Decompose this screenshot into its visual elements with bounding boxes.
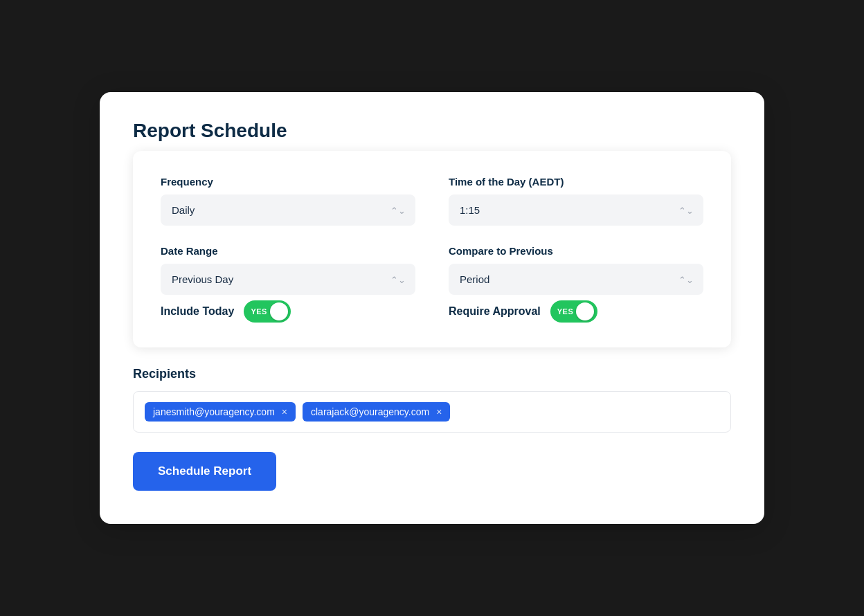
outer-card: Report Schedule Frequency Daily Weekly M… <box>100 92 764 524</box>
time-label: Time of the Day (AEDT) <box>449 176 703 188</box>
recipient-email-2: clarajack@youragency.com <box>311 406 429 417</box>
recipient-email-1: janesmith@youragency.com <box>153 406 275 417</box>
include-today-toggle[interactable]: YES <box>244 300 291 323</box>
frequency-label: Frequency <box>161 176 415 188</box>
time-select-wrapper: 1:15 2:00 3:00 ⌃︎⌄ <box>449 194 703 226</box>
require-approval-toggle[interactable]: YES <box>550 300 597 323</box>
frequency-select-wrapper: Daily Weekly Monthly ⌃︎⌄ <box>161 194 415 226</box>
recipients-label: Recipients <box>133 367 731 381</box>
toggles-row: Include Today YES Require Approval YES <box>161 300 703 323</box>
compare-select-wrapper: Period Week Month ⌃︎⌄ <box>449 264 703 295</box>
form-grid: Frequency Daily Weekly Monthly ⌃︎⌄ Time … <box>161 176 703 295</box>
include-today-yes-text: YES <box>251 307 267 316</box>
date-range-select-wrapper: Previous Day Last 7 Days Last 30 Days ⌃︎… <box>161 264 415 295</box>
time-select[interactable]: 1:15 2:00 3:00 <box>449 194 703 226</box>
recipient-remove-2[interactable]: × <box>436 407 442 417</box>
include-today-circle <box>270 302 288 320</box>
require-approval-row: Require Approval YES <box>449 300 703 323</box>
inner-card: Frequency Daily Weekly Monthly ⌃︎⌄ Time … <box>133 151 731 347</box>
compare-select[interactable]: Period Week Month <box>449 264 703 295</box>
recipient-tag-1: janesmith@youragency.com × <box>145 402 296 422</box>
require-approval-circle <box>576 302 594 320</box>
recipients-section: Recipients janesmith@youragency.com × cl… <box>133 367 731 491</box>
require-approval-label: Require Approval <box>449 305 541 318</box>
frequency-group: Frequency Daily Weekly Monthly ⌃︎⌄ <box>161 176 415 226</box>
recipients-input-area[interactable]: janesmith@youragency.com × clarajack@you… <box>133 391 731 433</box>
schedule-report-button[interactable]: Schedule Report <box>133 452 276 491</box>
require-approval-yes-text: YES <box>557 307 574 316</box>
recipient-tag-2: clarajack@youragency.com × <box>303 402 450 422</box>
date-range-group: Date Range Previous Day Last 7 Days Last… <box>161 245 415 295</box>
include-today-row: Include Today YES <box>161 300 415 323</box>
frequency-select[interactable]: Daily Weekly Monthly <box>161 194 415 226</box>
date-range-label: Date Range <box>161 245 415 257</box>
time-group: Time of the Day (AEDT) 1:15 2:00 3:00 ⌃︎… <box>449 176 703 226</box>
compare-label: Compare to Previous <box>449 245 703 257</box>
recipient-remove-1[interactable]: × <box>282 407 287 417</box>
page-title: Report Schedule <box>133 120 731 142</box>
date-range-select[interactable]: Previous Day Last 7 Days Last 30 Days <box>161 264 415 295</box>
compare-group: Compare to Previous Period Week Month ⌃︎… <box>449 245 703 295</box>
include-today-label: Include Today <box>161 305 234 318</box>
